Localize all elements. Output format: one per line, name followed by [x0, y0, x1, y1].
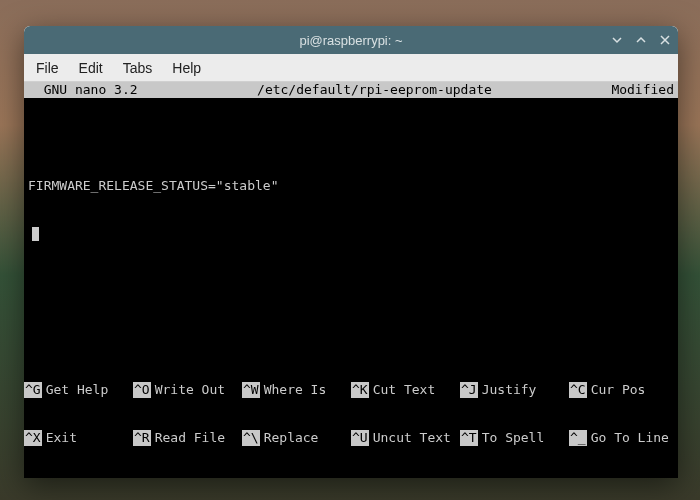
terminal-window: pi@raspberrypi: ~ File Edit Tabs Help GN…: [24, 26, 678, 478]
shortcut-uncut-text: ^UUncut Text: [351, 430, 460, 446]
shortcut-exit: ^XExit: [24, 430, 133, 446]
shortcut-key: ^T: [460, 430, 478, 446]
nano-header: GNU nano 3.2 /etc/default/rpi-eeprom-upd…: [24, 82, 678, 98]
shortcut-key: ^R: [133, 430, 151, 446]
chevron-down-icon: [612, 35, 622, 45]
shortcut-key: ^W: [242, 382, 260, 398]
shortcut-label: Read File: [155, 430, 225, 446]
editor-line: [24, 226, 678, 242]
shortcut-to-spell: ^TTo Spell: [460, 430, 569, 446]
nano-footer: ^GGet Help ^OWrite Out ^WWhere Is ^KCut …: [24, 350, 678, 478]
shortcut-where-is: ^WWhere Is: [242, 382, 351, 398]
shortcut-key: ^J: [460, 382, 478, 398]
terminal-area[interactable]: GNU nano 3.2 /etc/default/rpi-eeprom-upd…: [24, 82, 678, 478]
window-title: pi@raspberrypi: ~: [299, 33, 402, 48]
shortcut-key: ^O: [133, 382, 151, 398]
titlebar: pi@raspberrypi: ~: [24, 26, 678, 54]
shortcut-key: ^K: [351, 382, 369, 398]
minimize-button[interactable]: [610, 33, 624, 47]
cursor-icon: [32, 227, 39, 241]
shortcut-write-out: ^OWrite Out: [133, 382, 242, 398]
nano-footer-row: ^GGet Help ^OWrite Out ^WWhere Is ^KCut …: [24, 382, 678, 398]
nano-app-name: GNU nano 3.2: [24, 82, 138, 98]
chevron-up-icon: [636, 35, 646, 45]
shortcut-label: Replace: [264, 430, 319, 446]
shortcut-key: ^\: [242, 430, 260, 446]
shortcut-label: Uncut Text: [373, 430, 451, 446]
shortcut-label: Justify: [482, 382, 537, 398]
shortcut-label: Write Out: [155, 382, 225, 398]
close-button[interactable]: [658, 33, 672, 47]
shortcut-key: ^X: [24, 430, 42, 446]
shortcut-go-to-line: ^_Go To Line: [569, 430, 678, 446]
nano-file-path: /etc/default/rpi-eeprom-update: [138, 82, 612, 98]
menu-file[interactable]: File: [36, 60, 59, 76]
shortcut-cur-pos: ^CCur Pos: [569, 382, 678, 398]
shortcut-justify: ^JJustify: [460, 382, 569, 398]
shortcut-cut-text: ^KCut Text: [351, 382, 460, 398]
menu-edit[interactable]: Edit: [79, 60, 103, 76]
shortcut-key: ^U: [351, 430, 369, 446]
nano-modified-status: Modified: [611, 82, 678, 98]
shortcut-label: Cut Text: [373, 382, 436, 398]
menu-help[interactable]: Help: [172, 60, 201, 76]
close-icon: [660, 35, 670, 45]
shortcut-get-help: ^GGet Help: [24, 382, 133, 398]
shortcut-label: Exit: [46, 430, 77, 446]
window-controls: [610, 33, 672, 47]
menubar: File Edit Tabs Help: [24, 54, 678, 82]
shortcut-label: Cur Pos: [591, 382, 646, 398]
shortcut-label: To Spell: [482, 430, 545, 446]
shortcut-key: ^G: [24, 382, 42, 398]
nano-footer-row: ^XExit ^RRead File ^\Replace ^UUncut Tex…: [24, 430, 678, 446]
shortcut-label: Go To Line: [591, 430, 669, 446]
shortcut-key: ^C: [569, 382, 587, 398]
nano-editor-body[interactable]: FIRMWARE_RELEASE_STATUS="stable": [24, 98, 678, 350]
shortcut-label: Get Help: [46, 382, 109, 398]
shortcut-key: ^_: [569, 430, 587, 446]
shortcut-read-file: ^RRead File: [133, 430, 242, 446]
editor-line: FIRMWARE_RELEASE_STATUS="stable": [24, 178, 678, 194]
menu-tabs[interactable]: Tabs: [123, 60, 153, 76]
maximize-button[interactable]: [634, 33, 648, 47]
shortcut-replace: ^\Replace: [242, 430, 351, 446]
shortcut-label: Where Is: [264, 382, 327, 398]
